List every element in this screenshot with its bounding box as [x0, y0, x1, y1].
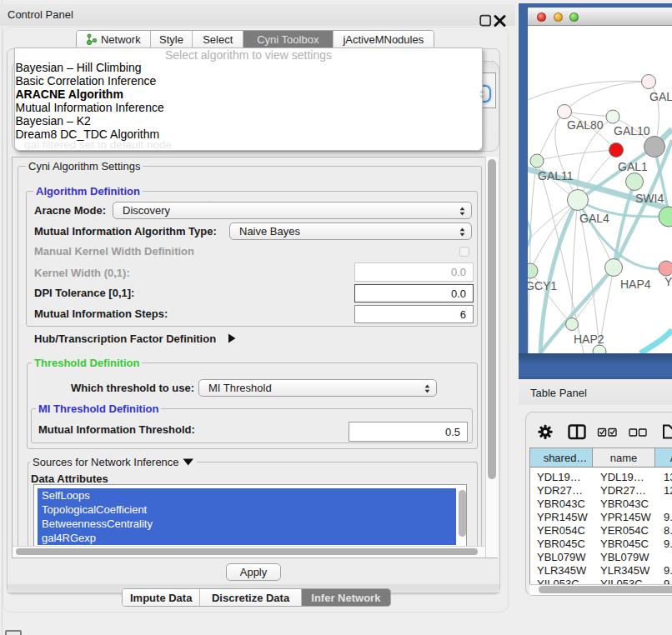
- svg-text:GAL10: GAL10: [614, 124, 650, 138]
- svg-text:SWI4: SWI4: [635, 192, 664, 205]
- svg-text:GAL4: GAL4: [579, 212, 609, 225]
- svg-text:GCY1: GCY1: [528, 279, 557, 292]
- svg-text:HAP4: HAP4: [620, 278, 651, 291]
- svg-text:Y: Y: [664, 275, 672, 288]
- svg-text:GAL11: GAL11: [538, 169, 574, 182]
- svg-text:GAL80: GAL80: [567, 118, 604, 132]
- svg-text:GAL: GAL: [649, 90, 672, 103]
- svg-text:GAL1: GAL1: [618, 160, 648, 173]
- svg-text:HAP2: HAP2: [574, 332, 604, 346]
